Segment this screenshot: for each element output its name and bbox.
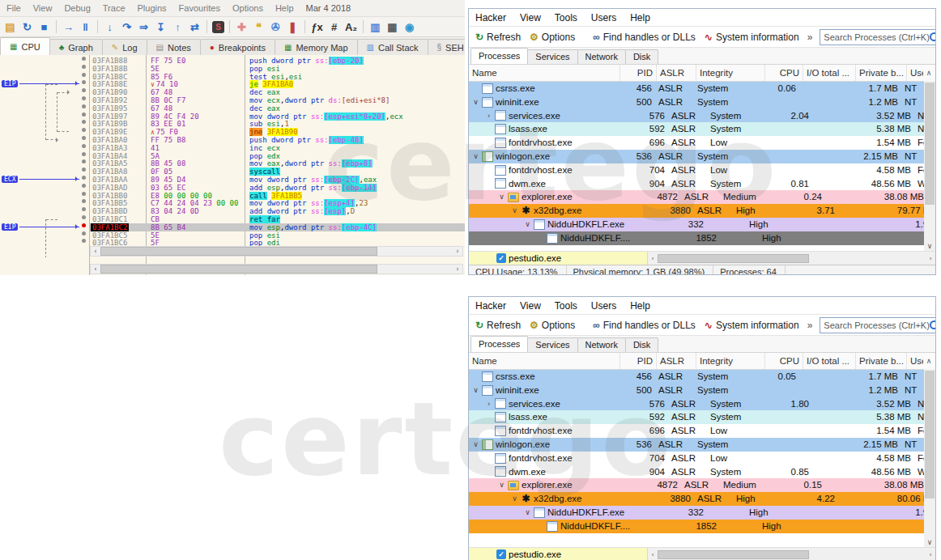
menu-item-help[interactable]: Help [630,300,650,312]
row-dot[interactable] [82,207,86,211]
chevron-down-icon[interactable]: ∨ [472,95,479,109]
hash-icon[interactable]: # [327,19,341,34]
chevron-down-icon[interactable]: ∨ [524,218,531,231]
row-dot[interactable] [82,176,86,180]
process-row-fontdrvhost-exe[interactable]: fontdrvhost.exe704ASLRLow4.58 MBFor [469,452,935,465]
tab-network[interactable]: Network [577,49,626,64]
column-header-aslr[interactable]: ASLR [657,353,696,369]
disasm-row[interactable]: 03FA1BA0FF 75 B8push dword ptr ss:[ebp-4… [0,136,465,144]
step-out-icon[interactable]: ↑ [171,19,185,34]
chevron-down-icon[interactable]: ∨ [511,492,518,506]
disassembly-view[interactable]: 03FA1B88FF 75 E0push dword ptr ss:[ebp-2… [0,55,465,275]
disasm-row[interactable]: 03FA1BA45Apop edx [0,152,465,160]
process-row-pestudio[interactable]: ✓pestudio.exe [469,252,648,265]
row-dot[interactable] [82,231,86,235]
process-row-pestudio[interactable]: ✓pestudio.exe [469,548,648,560]
chevron-down-icon[interactable]: ∨ [472,384,479,397]
chevron-right-icon[interactable]: › [485,397,492,411]
row-dot[interactable] [82,104,86,108]
scroll-thumb[interactable] [658,550,809,559]
row-dot[interactable] [82,184,86,188]
tab-services[interactable]: Services [527,49,577,64]
scroll-down-button[interactable]: ∨ [924,242,935,250]
vertical-scrollbar[interactable]: ∨ [924,369,935,547]
toolbar-button-options[interactable]: ⚙Options [527,319,577,332]
process-row-wininit-exe[interactable]: ∨wininit.exe500ASLRSystem1.2 MBNT [469,95,935,109]
process-row-fontdrvhost-exe[interactable]: fontdrvhost.exe696ASLRLow1.54 MBFor [469,136,935,150]
scroll-thumb[interactable] [100,247,377,256]
scroll-thumb[interactable] [658,254,809,263]
scroll-left-button[interactable]: ‹ [648,254,658,263]
patches-icon[interactable]: S [212,21,224,33]
disasm-row[interactable]: 03FA1B88FF 75 E0push dword ptr ss:[ebp-2… [0,57,465,65]
column-header-pid[interactable]: PID [620,65,657,81]
attach-icon[interactable]: ⇄ [188,19,202,34]
tab-seh[interactable]: §SEH [428,39,465,55]
disasm-row[interactable]: 03FA1BC1CBret far [0,215,465,223]
row-dot[interactable] [82,57,86,61]
tab-disk[interactable]: Disk [625,337,658,352]
process-row-services-exe[interactable]: ›services.exe576ASLRSystem1.803.52 MBNT [469,397,935,411]
step-over-icon[interactable]: ↷ [120,19,134,34]
column-header-i-o-total-[interactable]: I/O total ... [803,65,856,81]
process-row-wininit-exe[interactable]: ∨wininit.exe500ASLRSystem1.2 MBNT [469,384,935,397]
disasm-row[interactable]: 03FA1BAA89 45 D4mov dword ptr ss:[ebp-2C… [0,176,465,184]
row-dot[interactable] [82,96,86,100]
comment-icon[interactable]: ❝ [252,19,266,34]
disasm-row[interactable]: 03FA1B8B5Epop esi [0,65,465,73]
toolbar-button-find-handles-or-dlls[interactable]: ∞Find handles or DLLs [590,31,698,44]
step-down-icon[interactable]: ↧ [154,19,168,34]
tab-call-stack[interactable]: ▥Call Stack [357,39,428,55]
toolbar-button-find-handles-or-dlls[interactable]: ∞Find handles or DLLs [590,319,698,332]
column-header-pid[interactable]: PID [620,353,657,369]
row-dot[interactable] [82,88,86,92]
column-header-integrity[interactable]: Integrity [696,65,765,81]
tab-notes[interactable]: ▤Notes [147,39,201,55]
tab-processes[interactable]: Processes [470,336,528,352]
menu-item-help[interactable]: Help [630,12,650,23]
disasm-row[interactable]: 03FA1B9567 48dec eax [0,104,465,112]
column-header-aslr[interactable]: ASLR [657,65,696,81]
chevron-down-icon[interactable]: ∨ [498,478,505,492]
row-dot[interactable] [82,159,86,163]
disasm-row[interactable]: 03FA1B9B83 EE 01sub esi,1 [0,120,465,128]
menu-item-plugins[interactable]: Plugins [138,3,167,13]
menu-item-tools[interactable]: Tools [555,300,577,312]
column-header-private-b-[interactable]: Private b... [856,65,907,81]
process-row-fontdrvhost-exe[interactable]: fontdrvhost.exe696ASLRLow1.54 MBFor [469,424,935,438]
tab-breakpoints[interactable]: ●Breakpoints [200,39,275,55]
menu-item-users[interactable]: Users [591,12,616,23]
disasm-row[interactable]: 03FA1BBD83 04 24 0Dadd dword ptr ss:[esp… [0,207,465,215]
disasm-row[interactable]: 03FA1BAD03 65 ECadd esp,dword ptr ss:[eb… [0,184,465,192]
toolbar-button-options[interactable]: ⚙Options [527,31,577,44]
scroll-up-button[interactable]: ∧ [923,353,935,369]
column-header-name[interactable]: Name [469,65,620,81]
tab-services[interactable]: Services [527,337,577,352]
row-dot[interactable] [82,136,86,140]
toolbar-button-system-information[interactable]: ∿System information [702,319,802,332]
restart-icon[interactable]: ↻ [20,19,34,34]
process-row-NidduHDKFLF-[interactable]: NidduHDKFLF....1852High404 kBDES [469,231,935,245]
patch-icon[interactable]: ✚ [235,19,249,34]
horizontal-scrollbar[interactable]: ‹› [90,246,463,257]
process-row-explorer-exe[interactable]: ∨explorer.exe4872ASLRMedium0.1538.08 MBD… [469,478,935,492]
column-header-name[interactable]: Name [469,353,620,369]
search-processes-input[interactable]: Search Processes (Ctrl+K) [820,317,936,333]
menu-item-view[interactable]: View [520,300,541,312]
scroll-right-button[interactable]: › [926,254,935,263]
chevron-down-icon[interactable]: ∨ [472,438,479,452]
chevron-right-icon[interactable]: › [485,109,492,123]
chevron-down-icon[interactable]: ∨ [498,190,505,204]
row-dot[interactable] [82,239,86,243]
chevron-down-icon[interactable]: ∨ [472,150,479,163]
run-icon[interactable]: → [62,19,75,34]
process-row-csrss-exe[interactable]: csrss.exe456ASLRSystem0.061.7 MBNT [469,82,935,95]
tab-memory-map[interactable]: ▦Memory Map [275,39,358,55]
process-row-winlogon-exe[interactable]: ∨winlogon.exe536ASLRSystem2.15 MBNT [469,150,935,163]
menu-item-favourites[interactable]: Favourites [179,3,220,13]
row-dot[interactable] [82,112,86,117]
menu-item-help[interactable]: Help [275,3,294,13]
process-row-csrss-exe[interactable]: csrss.exe456ASLRSystem0.051.7 MBNT [469,370,935,384]
scroll-left-button[interactable]: ‹ [91,247,100,256]
column-header-i-o-total-[interactable]: I/O total ... [803,353,856,369]
